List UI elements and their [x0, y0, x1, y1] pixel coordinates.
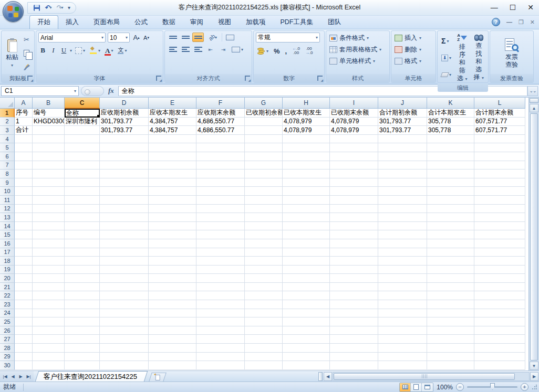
sort-filter-button[interactable]: AZ 排序和筛选 ▾	[455, 33, 469, 83]
bold-button[interactable]: B	[38, 46, 47, 55]
row-header-10[interactable]: 10	[0, 187, 15, 196]
column-header-C[interactable]: C	[65, 98, 100, 109]
cell-K6[interactable]	[427, 152, 474, 161]
row-header-2[interactable]: 2	[0, 118, 15, 126]
cell-B21[interactable]	[33, 283, 65, 292]
borders-button[interactable]: ▾	[74, 45, 87, 56]
cell-I14[interactable]	[330, 222, 378, 231]
column-header-B[interactable]: B	[33, 98, 65, 109]
cell-H29[interactable]	[283, 353, 330, 362]
cell-D3[interactable]: 301,793.77	[100, 126, 149, 135]
cell-D27[interactable]	[100, 335, 149, 344]
cell-G30[interactable]	[245, 361, 283, 370]
cell-I4[interactable]	[330, 135, 378, 144]
cell-L10[interactable]	[474, 187, 525, 196]
cell-A19[interactable]	[15, 266, 33, 274]
cell-B6[interactable]	[33, 152, 65, 161]
zoom-out-button[interactable]: −	[456, 383, 464, 391]
underline-dropdown-icon[interactable]: ▾	[70, 48, 72, 53]
column-header-I[interactable]: I	[330, 98, 378, 109]
cell-B12[interactable]	[33, 205, 65, 214]
cell-C24[interactable]	[65, 309, 100, 318]
cell-J19[interactable]	[378, 266, 427, 274]
cell-A22[interactable]	[15, 291, 33, 300]
cell-L18[interactable]	[474, 257, 525, 266]
clear-button[interactable]: ▾	[440, 71, 453, 79]
cell-F17[interactable]	[196, 248, 245, 257]
cell-I27[interactable]	[330, 335, 378, 344]
decrease-decimal-button[interactable]: .00→.0	[304, 46, 315, 56]
cell-F2[interactable]: 4,686,550.77	[196, 118, 245, 126]
cell-B28[interactable]	[33, 344, 65, 353]
cell-E25[interactable]	[149, 317, 196, 326]
cell-H1[interactable]: 已收本期发生	[283, 109, 330, 118]
row-header-3[interactable]: 3	[0, 126, 15, 135]
cell-B17[interactable]	[33, 248, 65, 257]
cell-L30[interactable]	[474, 361, 525, 370]
row-header-14[interactable]: 14	[0, 222, 15, 231]
row-header-13[interactable]: 13	[0, 213, 15, 222]
sheet-tab-active[interactable]: 客户往来查询20211022154225	[35, 371, 148, 382]
cell-H2[interactable]: 4,078,979	[283, 118, 330, 126]
cell-L21[interactable]	[474, 283, 525, 292]
cell-F3[interactable]: 4,686,550.77	[196, 126, 245, 135]
row-header-28[interactable]: 28	[0, 344, 15, 353]
font-color-button[interactable]: A▾	[103, 45, 115, 56]
cell-G27[interactable]	[245, 335, 283, 344]
cell-L25[interactable]	[474, 317, 525, 326]
number-dialog-launcher[interactable]	[317, 76, 323, 81]
cell-D25[interactable]	[100, 317, 149, 326]
cell-D28[interactable]	[100, 344, 149, 353]
cell-H16[interactable]	[283, 239, 330, 248]
cell-B13[interactable]	[33, 213, 65, 222]
cell-D22[interactable]	[100, 291, 149, 300]
cell-L17[interactable]	[474, 248, 525, 257]
cell-H10[interactable]	[283, 187, 330, 196]
align-left-button[interactable]	[167, 45, 179, 54]
cell-J7[interactable]	[378, 161, 427, 170]
cell-E7[interactable]	[149, 161, 196, 170]
cell-A30[interactable]	[15, 361, 33, 370]
row-header-25[interactable]: 25	[0, 317, 15, 326]
cell-C9[interactable]	[65, 178, 100, 187]
cell-F15[interactable]	[196, 230, 245, 239]
ribbon-tab-5[interactable]: 数据	[155, 16, 183, 29]
cell-F7[interactable]	[196, 161, 245, 170]
ribbon-tab-8[interactable]: 加载项	[239, 16, 273, 29]
cell-B9[interactable]	[33, 178, 65, 187]
cell-D1[interactable]: 应收期初余额	[100, 109, 149, 118]
merge-center-button[interactable]: ▾	[230, 44, 245, 55]
cell-I11[interactable]	[330, 196, 378, 205]
cell-D9[interactable]	[100, 178, 149, 187]
cell-I12[interactable]	[330, 205, 378, 214]
cell-D11[interactable]	[100, 196, 149, 205]
percent-style-button[interactable]: %	[272, 46, 282, 56]
cell-B5[interactable]	[33, 143, 65, 152]
cell-F14[interactable]	[196, 222, 245, 231]
cell-C12[interactable]	[65, 205, 100, 214]
cell-K25[interactable]	[427, 317, 474, 326]
cell-E2[interactable]: 4,384,757	[149, 118, 196, 126]
cell-A15[interactable]	[15, 230, 33, 239]
cell-G5[interactable]	[245, 143, 283, 152]
cell-K18[interactable]	[427, 257, 474, 266]
cell-styles-button[interactable]: 单元格样式▾	[328, 56, 387, 67]
cell-F19[interactable]	[196, 266, 245, 274]
cell-B11[interactable]	[33, 196, 65, 205]
cell-D18[interactable]	[100, 257, 149, 266]
cell-L7[interactable]	[474, 161, 525, 170]
cell-E11[interactable]	[149, 196, 196, 205]
cell-I9[interactable]	[330, 178, 378, 187]
cell-E3[interactable]: 4,384,757	[149, 126, 196, 135]
cut-button[interactable]: ✂	[22, 34, 32, 45]
cell-A25[interactable]	[15, 317, 33, 326]
cell-F13[interactable]	[196, 213, 245, 222]
cell-K30[interactable]	[427, 361, 474, 370]
cell-C27[interactable]	[65, 335, 100, 344]
minimize-button[interactable]: —	[491, 2, 498, 13]
cell-L22[interactable]	[474, 291, 525, 300]
cell-K2[interactable]: 305,778	[427, 118, 474, 126]
alignment-dialog-launcher[interactable]	[245, 76, 250, 81]
ribbon-tab-3[interactable]: 页面布局	[86, 16, 127, 29]
cell-L27[interactable]	[474, 335, 525, 344]
